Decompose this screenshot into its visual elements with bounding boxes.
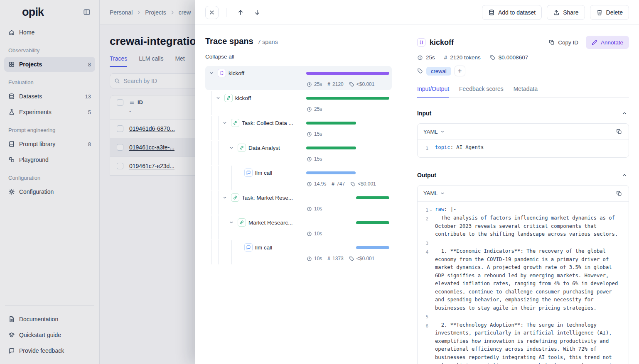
spans-count: 7 spans	[258, 39, 278, 45]
duration-bar	[306, 147, 356, 149]
chevron-down-icon	[440, 129, 445, 134]
trace-icon	[218, 69, 226, 77]
input-section: Input YAML	[417, 107, 629, 158]
clock-icon	[307, 156, 312, 162]
tokens-stat: #2120	[327, 81, 343, 87]
hash-icon: #	[327, 81, 330, 87]
llm-call-icon	[244, 243, 253, 252]
duration-bar	[356, 221, 389, 224]
chevron-down-icon[interactable]	[228, 219, 235, 226]
spans-panel-title: Trace spans	[205, 37, 253, 46]
link-icon	[224, 94, 233, 102]
span-name: llm call	[255, 170, 304, 176]
cost-stat: $0.0008607	[490, 54, 528, 61]
drawer-toolbar: Add to dataset Share Delete	[195, 0, 639, 25]
span-timeline	[306, 196, 389, 199]
clock-icon	[307, 82, 312, 87]
tab-feedback-scores[interactable]: Feedback scores	[459, 86, 504, 98]
duration-stat: 10s	[307, 206, 322, 212]
duration-stat: 15s	[307, 131, 322, 137]
trash-icon	[596, 9, 603, 16]
share-icon	[553, 9, 560, 16]
next-trace-button[interactable]	[251, 6, 264, 19]
detail-tabs: Input/Output Feedback scores Metadata	[417, 86, 629, 98]
add-to-dataset-button[interactable]: Add to dataset	[482, 5, 542, 20]
duration-stat: 10s	[307, 256, 322, 261]
copy-id-button[interactable]: Copy ID	[545, 36, 582, 49]
span-row[interactable]: kickoff 25s	[205, 91, 392, 115]
tag-chip-crewai[interactable]: crewai	[426, 67, 451, 76]
code-line: 5	[422, 312, 623, 321]
link-icon	[238, 218, 246, 227]
output-section-header[interactable]: Output	[417, 169, 629, 181]
chevron-down-icon[interactable]	[214, 94, 222, 102]
code-line: 4 1. **Economic Indicators**: The recove…	[422, 247, 623, 312]
input-section-header[interactable]: Input	[417, 107, 629, 119]
detail-scroll-area[interactable]: Input YAML	[417, 98, 629, 364]
cost-stat: <$0.001	[349, 81, 375, 87]
copy-code-button[interactable]	[615, 128, 623, 135]
duration-stat: 25s	[307, 81, 322, 87]
clock-icon	[307, 132, 312, 137]
span-row[interactable]: Task: Collect Data ... 15s	[205, 116, 392, 140]
copy-code-button[interactable]	[615, 190, 623, 197]
tab-input-output[interactable]: Input/Output	[417, 86, 449, 98]
code-line: 6 2. **Technology Adoption**: The surge …	[422, 321, 623, 364]
span-row[interactable]: Task: Market Rese... 10s	[205, 191, 392, 215]
chevron-down-icon	[440, 191, 445, 196]
annotate-button[interactable]: Annotate	[586, 36, 629, 49]
span-timeline	[306, 147, 389, 149]
code-line: 2 The analysis of factors influencing ma…	[422, 214, 623, 239]
chevron-down-icon[interactable]	[221, 119, 229, 127]
arrow-up-icon	[237, 9, 244, 16]
price-tag-icon	[490, 55, 496, 61]
tab-metadata[interactable]: Metadata	[514, 86, 538, 98]
duration-stat: 25s	[417, 54, 435, 61]
code-line: 1 topic: AI Agents	[422, 144, 623, 153]
span-row[interactable]: llm call 10s #1373 <$0.001	[205, 240, 392, 264]
span-name: Task: Collect Data ...	[242, 120, 304, 126]
chevron-down-icon[interactable]	[208, 69, 215, 77]
cost-stat: <$0.001	[350, 181, 376, 187]
duration-bar	[356, 196, 389, 199]
span-row[interactable]: Data Analyst 15s	[205, 141, 392, 165]
span-row[interactable]: Market Researc... 10s	[205, 215, 392, 239]
chevron-down-icon[interactable]	[221, 194, 229, 201]
link-icon	[238, 144, 246, 152]
duration-bar	[306, 72, 389, 75]
span-name: Task: Market Rese...	[242, 195, 304, 201]
format-select[interactable]: YAML	[423, 190, 445, 196]
chevron-down-icon[interactable]	[228, 144, 235, 151]
previous-trace-button[interactable]	[234, 6, 247, 19]
link-icon	[231, 193, 239, 202]
spans-tree: kickoff 25s #2120 <$0.001	[205, 66, 392, 264]
span-row[interactable]: kickoff 25s #2120 <$0.001	[205, 66, 392, 90]
delete-button[interactable]: Delete	[590, 5, 629, 20]
hash-icon: #	[327, 256, 330, 261]
duration-stat: 14.9s	[307, 181, 326, 187]
database-icon	[488, 9, 495, 16]
toolbar-divider	[226, 8, 226, 17]
output-code-block: YAML 1 raw: |-	[417, 185, 629, 364]
chevron-up-icon[interactable]	[620, 171, 629, 180]
close-button[interactable]	[205, 6, 219, 19]
chevron-up-icon[interactable]	[620, 109, 629, 118]
app-window: opik Home Observability Projects 8 Evalu…	[0, 0, 639, 364]
duration-bar	[306, 97, 389, 100]
add-tag-button[interactable]: +	[455, 66, 465, 76]
span-timeline	[306, 221, 389, 224]
span-name: Market Researc...	[248, 220, 304, 226]
copy-icon	[616, 191, 622, 196]
price-tag-icon	[349, 256, 354, 261]
span-stats: 25s #2120 tokens $0.0008607	[417, 54, 629, 61]
collapse-all-button[interactable]: Collapse all	[205, 54, 234, 60]
format-select[interactable]: YAML	[423, 129, 445, 135]
duration-stat: 25s	[307, 106, 322, 112]
clock-icon	[417, 55, 423, 61]
share-button[interactable]: Share	[547, 5, 585, 20]
tag-icon	[417, 68, 423, 74]
trace-icon	[417, 38, 425, 46]
fold-chevron-icon[interactable]	[429, 205, 434, 215]
span-timeline	[306, 122, 389, 125]
span-row[interactable]: llm call 14.9s #747 <$0.001	[205, 166, 392, 190]
